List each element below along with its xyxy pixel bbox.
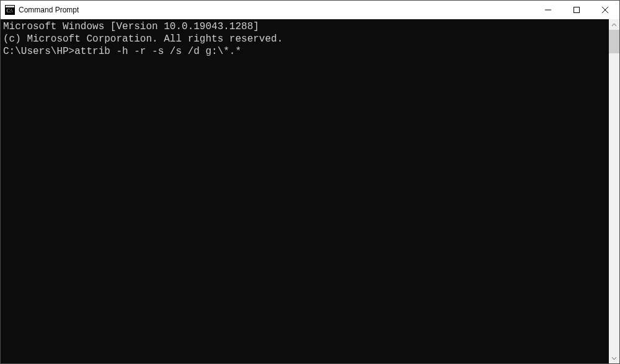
console-prompt: C:\Users\HP> bbox=[3, 46, 74, 57]
scroll-up-button[interactable] bbox=[609, 19, 619, 30]
minimize-icon bbox=[545, 7, 551, 13]
console-prompt-line: C:\Users\HP>attrib -h -r -s /s /d g:\*.* bbox=[3, 45, 609, 58]
console-output[interactable]: Microsoft Windows [Version 10.0.19043.12… bbox=[1, 19, 609, 363]
scroll-thumb[interactable] bbox=[609, 30, 619, 53]
scroll-track[interactable] bbox=[609, 30, 619, 353]
maximize-button[interactable] bbox=[562, 1, 591, 19]
svg-rect-1 bbox=[6, 6, 14, 7]
console-command-input[interactable]: attrib -h -r -s /s /d g:\*.* bbox=[74, 46, 241, 57]
window-title: Command Prompt bbox=[19, 6, 534, 14]
console-line-version: Microsoft Windows [Version 10.0.19043.12… bbox=[3, 20, 609, 33]
svg-text:C:\: C:\ bbox=[7, 8, 14, 14]
scroll-down-button[interactable] bbox=[609, 353, 619, 363]
console-line-copyright: (c) Microsoft Corporation. All rights re… bbox=[3, 33, 609, 45]
maximize-icon bbox=[574, 7, 580, 13]
titlebar-controls bbox=[534, 1, 619, 19]
close-icon bbox=[602, 7, 608, 13]
command-prompt-window: C:\ Command Prompt Micr bbox=[0, 0, 620, 364]
app-icon: C:\ bbox=[5, 5, 15, 15]
vertical-scrollbar[interactable] bbox=[609, 19, 619, 363]
titlebar[interactable]: C:\ Command Prompt bbox=[1, 1, 619, 19]
chevron-down-icon bbox=[612, 357, 616, 360]
close-button[interactable] bbox=[591, 1, 619, 19]
chevron-up-icon bbox=[612, 24, 616, 26]
minimize-button[interactable] bbox=[534, 1, 562, 19]
svg-rect-5 bbox=[574, 7, 580, 13]
console-area: Microsoft Windows [Version 10.0.19043.12… bbox=[1, 19, 619, 363]
